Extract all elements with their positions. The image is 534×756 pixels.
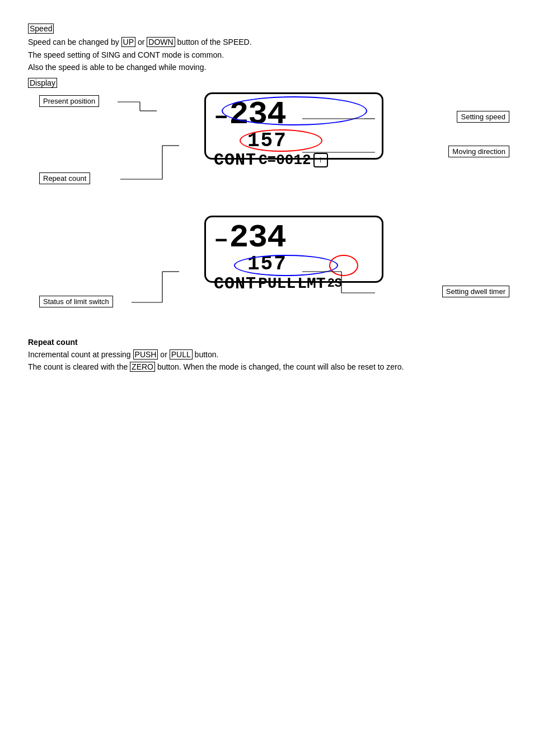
lcd-arrow-top: ↑ [313,153,328,167]
speed-line1: Speed can be changed by UP or DOWN butto… [28,36,506,48]
display-boxed: Display [28,78,57,88]
bottom-lcd-display: – 234 157 CONT PULL LMT 2S [115,216,383,283]
lcd-pull-bottom: PULL [258,275,296,292]
lcd-content-top: – 234 157 CONT C=0012 ↑ [206,94,382,173]
display-section: Display Present position Setting speed M… [28,78,506,325]
bottom-diagram-area: Status of limit switch Setting dwell tim… [28,213,509,325]
lcd-row2-bottom: 157 [247,254,374,274]
lcd-row3-top: CONT C=0012 ↑ [214,151,374,170]
down-button-label: DOWN [147,37,175,47]
lcd-timer-bottom: 2S [327,277,342,291]
speed-section: Speed Speed can be changed by UP or DOWN… [28,22,506,74]
label-status-limit-switch: Status of limit switch [39,296,113,307]
speed-line2: The speed setting of SING and CONT mode … [28,49,506,61]
lcd-number-bottom: 234 [229,222,285,254]
repeat-count-line2: The count is cleared with the ZERO butto… [28,361,506,373]
label-setting-dwell-timer: Setting dwell timer [442,286,509,297]
lcd-number-top: 234 [229,99,285,131]
label-present-position: Present position [39,95,99,107]
lcd-mode-top: CONT [214,151,256,170]
lcd-content-bottom: – 234 157 CONT PULL LMT 2S [206,217,382,297]
lcd-row1-bottom: – 234 [214,222,374,254]
speed-boxed: Speed [28,24,54,34]
repeat-count-title: Repeat count [28,336,506,348]
lcd-row2-top: 157 [247,131,374,151]
lcd-sign-bottom: – [214,227,228,252]
label-moving-direction: Moving direction [448,146,509,157]
display-title: Display [28,78,506,87]
label-repeat-count: Repeat count [39,172,90,184]
lcd-sign-top: – [214,104,228,129]
lcd-row1-top: – 234 [214,99,374,131]
top-lcd-display: – 234 157 CONT C=0012 ↑ [115,92,383,160]
label-setting-speed: Setting speed [457,111,509,123]
zero-label: ZERO [130,362,155,372]
speed-title: Speed [28,22,506,35]
top-diagram-area: Present position Setting speed Moving di… [28,90,509,202]
bottom-lcd-box: – 234 157 CONT PULL LMT 2S [204,216,383,283]
lcd-row3-bottom: CONT PULL LMT 2S [214,274,374,293]
up-button-label: UP [121,37,135,47]
speed-line3: Also the speed is able to be changed whi… [28,61,506,73]
lcd-lmt-bottom: LMT [297,275,325,292]
lcd-mode-bottom: CONT [214,274,256,293]
push-label: PUSH [133,349,158,360]
top-lcd-box: – 234 157 CONT C=0012 ↑ [204,92,383,160]
lcd-count-top: C=0012 [259,152,311,169]
pull-label: PULL [170,349,193,360]
repeat-count-line1: Incremental count at pressing PUSH or PU… [28,348,506,361]
repeat-count-section: Repeat count Incremental count at pressi… [28,336,506,374]
